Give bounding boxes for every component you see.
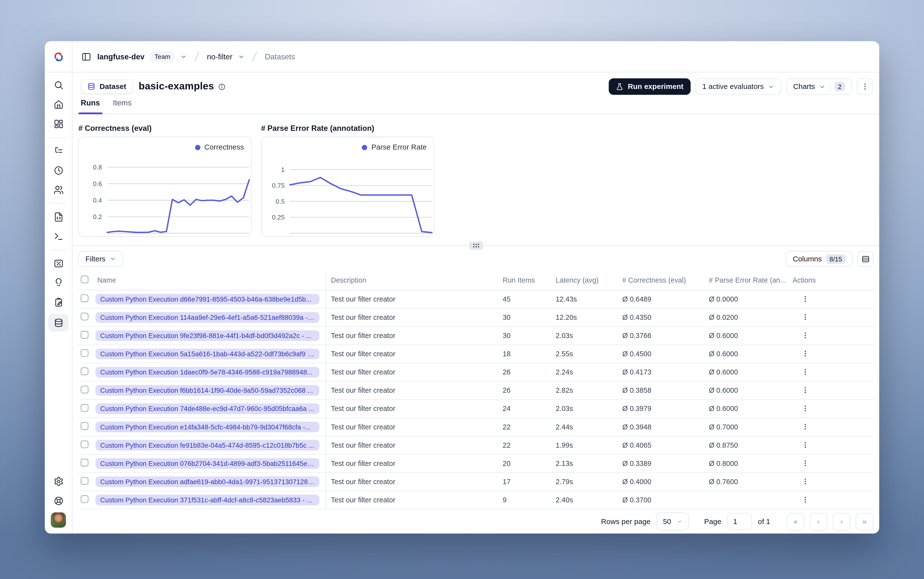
sidebar-item-dashboard[interactable] (49, 116, 67, 131)
row-actions-kebab[interactable] (800, 403, 810, 414)
svg-text:0.5: 0.5 (275, 198, 285, 205)
run-name-link[interactable]: Custom Python Execution 5a15a616-1bab-44… (95, 348, 319, 359)
filters-button[interactable]: Filters (79, 251, 123, 267)
select-all-checkbox[interactable] (80, 276, 88, 283)
runs-table: Name Description Run Items Latency (avg)… (72, 271, 879, 510)
table-row[interactable]: Custom Python Execution 114aa9ef-29e6-4e… (77, 308, 875, 327)
sidebar-item-insights[interactable] (49, 275, 67, 290)
run-name-link[interactable]: Custom Python Execution f6bb1614-1f90-40… (95, 385, 319, 396)
run-description: Test our filter creator (326, 363, 503, 381)
first-page-button[interactable]: « (787, 513, 804, 530)
row-checkbox[interactable] (80, 440, 88, 448)
more-actions-button[interactable] (857, 79, 873, 95)
row-checkbox[interactable] (80, 349, 88, 357)
sidebar-item-tracing[interactable] (49, 143, 67, 159)
table-row[interactable]: Custom Python Execution 076b2704-341d-48… (77, 454, 875, 473)
page-number-input[interactable]: 1 (727, 513, 752, 530)
col-header-run-items[interactable]: Run Items (503, 271, 556, 290)
columns-button[interactable]: Columns 8/15 (786, 251, 853, 267)
run-parse-error: Ø 0.8000 (709, 454, 793, 473)
sidebar-item-users[interactable] (49, 182, 67, 197)
table-row[interactable]: Custom Python Execution 5a15a616-1bab-44… (77, 345, 875, 363)
sidebar-item-search[interactable] (49, 77, 67, 92)
run-name-link[interactable]: Custom Python Execution 076b2704-341d-48… (95, 458, 319, 469)
table-row[interactable]: Custom Python Execution 371f531c-abff-4d… (77, 491, 875, 509)
row-checkbox[interactable] (80, 495, 88, 503)
sidebar-item-annotation[interactable] (49, 294, 67, 310)
table-row[interactable]: Custom Python Execution fe91b83e-04a5-47… (77, 436, 875, 454)
col-header-parse-error[interactable]: # Parse Error Rate (an... (709, 271, 793, 290)
sidebar-item-prompts[interactable] (49, 209, 67, 224)
run-name-link[interactable]: Custom Python Execution e14fa348-5cfc-49… (95, 422, 319, 432)
row-actions-kebab[interactable] (800, 312, 810, 322)
row-checkbox[interactable] (80, 368, 88, 375)
prev-page-button[interactable]: ‹ (809, 513, 827, 530)
sidebar-item-home[interactable] (49, 96, 67, 112)
row-checkbox[interactable] (80, 386, 88, 394)
tab-items[interactable]: Items (113, 98, 132, 114)
tab-runs[interactable]: Runs (80, 98, 100, 114)
run-experiment-button[interactable]: Run experiment (609, 79, 691, 95)
breadcrumb-org[interactable]: langfuse-dev (97, 52, 144, 61)
chevron-down-icon[interactable] (180, 53, 187, 60)
table-row[interactable]: Custom Python Execution e14fa348-5cfc-49… (77, 418, 875, 436)
run-name-link[interactable]: Custom Python Execution 371f531c-abff-4d… (95, 495, 319, 505)
row-checkbox[interactable] (80, 459, 88, 466)
table-row[interactable]: Custom Python Execution adfae619-abb0-4d… (77, 473, 875, 491)
row-actions-kebab[interactable] (800, 348, 810, 359)
table-row[interactable]: Custom Python Execution d66e7991-8595-45… (77, 290, 875, 308)
table-row[interactable]: Custom Python Execution 74de488e-ec9d-47… (77, 400, 875, 418)
row-actions-kebab[interactable] (800, 476, 810, 487)
org-plan-badge: Team (151, 51, 175, 62)
sidebar-item-datasets[interactable] (48, 314, 68, 332)
col-header-name[interactable]: Name (92, 271, 326, 290)
row-actions-kebab[interactable] (800, 422, 810, 432)
run-name-link[interactable]: Custom Python Execution 114aa9ef-29e6-4e… (95, 312, 319, 323)
row-actions-kebab[interactable] (800, 330, 810, 341)
table-row[interactable]: Custom Python Execution 9fe23f98-881e-44… (77, 327, 875, 345)
run-name-link[interactable]: Custom Python Execution d66e7991-8595-45… (95, 294, 319, 304)
resize-grip-handle[interactable] (469, 241, 483, 249)
sidebar-item-support[interactable] (49, 493, 67, 508)
sidebar-toggle-icon[interactable] (81, 51, 92, 62)
row-actions-kebab[interactable] (800, 440, 810, 450)
user-avatar[interactable] (51, 512, 66, 528)
row-actions-kebab[interactable] (800, 494, 810, 505)
row-checkbox[interactable] (80, 312, 88, 320)
next-page-button[interactable]: › (833, 513, 850, 530)
run-name-link[interactable]: Custom Python Execution adfae619-abb0-4d… (95, 476, 319, 487)
sidebar-item-evaluation[interactable] (49, 255, 67, 271)
sidebar-item-playground[interactable] (49, 228, 67, 244)
breadcrumb-section[interactable]: Datasets (265, 52, 295, 61)
run-name-link[interactable]: Custom Python Execution 74de488e-ec9d-47… (95, 403, 319, 414)
sidebar-item-sessions[interactable] (49, 163, 67, 178)
row-checkbox[interactable] (80, 422, 88, 430)
row-actions-kebab[interactable] (800, 458, 810, 469)
row-actions-kebab[interactable] (800, 385, 810, 396)
run-name-link[interactable]: Custom Python Execution 9fe23f98-881e-44… (95, 330, 319, 341)
last-page-button[interactable]: » (856, 513, 873, 530)
row-checkbox[interactable] (80, 331, 88, 339)
langfuse-logo[interactable] (45, 41, 72, 72)
col-header-correctness[interactable]: # Correctness (eval) (622, 271, 709, 290)
table-row[interactable]: Custom Python Execution f6bb1614-1f90-40… (77, 381, 875, 400)
col-header-latency[interactable]: Latency (avg) (556, 271, 622, 290)
row-height-button[interactable] (857, 251, 873, 267)
run-name-link[interactable]: Custom Python Execution 1daec0f9-5e78-43… (95, 367, 319, 378)
row-checkbox[interactable] (80, 294, 88, 302)
active-evaluators-button[interactable]: 1 active evaluators (695, 79, 781, 95)
rows-per-page-select[interactable]: 50 (657, 512, 689, 531)
breadcrumb-project[interactable]: no-filter (207, 52, 233, 61)
row-actions-kebab[interactable] (800, 367, 810, 378)
charts-button[interactable]: Charts 2 (786, 79, 852, 95)
row-actions-kebab[interactable] (800, 294, 810, 304)
run-correctness: Ø 0.3979 (622, 400, 709, 418)
chevron-down-icon[interactable] (238, 53, 245, 60)
run-name-link[interactable]: Custom Python Execution fe91b83e-04a5-47… (95, 440, 319, 451)
row-checkbox[interactable] (80, 477, 88, 485)
col-header-description[interactable]: Description (326, 271, 503, 290)
table-row[interactable]: Custom Python Execution 1daec0f9-5e78-43… (77, 363, 875, 381)
info-icon[interactable] (218, 83, 226, 90)
sidebar-item-settings[interactable] (49, 474, 67, 489)
row-checkbox[interactable] (80, 404, 88, 412)
